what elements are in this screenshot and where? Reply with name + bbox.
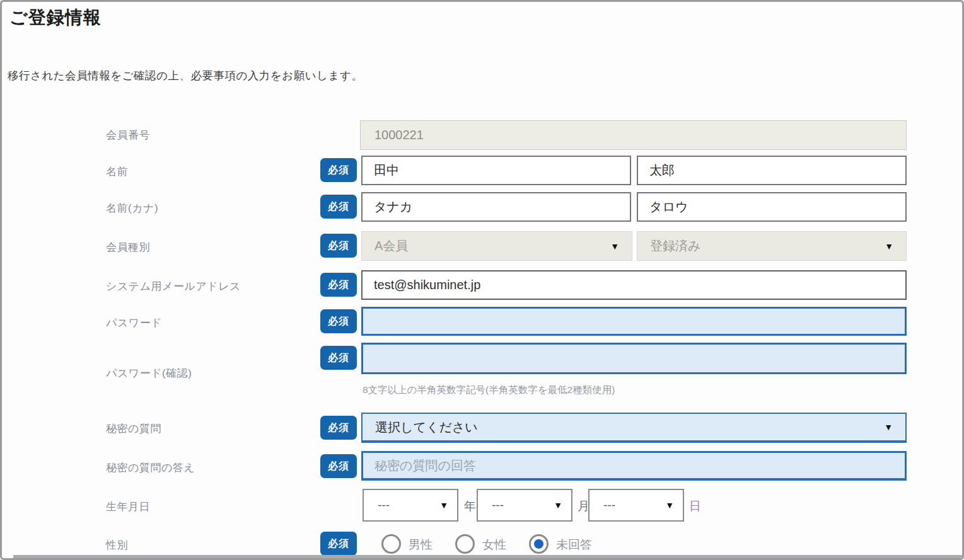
radio-dot [460,539,470,549]
birth-month-select-value: --- [492,498,504,512]
chevron-down-icon: ▼ [665,501,674,510]
member-type-required-badge: 必須 [320,234,357,258]
secret-answer-input[interactable] [361,451,907,481]
page-description: 移行された会員情報をご確認の上、必要事項の入力をお願いします。 [8,68,363,83]
password-input[interactable] [361,307,907,336]
first-name-kana-input[interactable] [637,192,907,222]
birth-month-select[interactable]: --- ▼ [477,489,572,522]
secret-answer-label: 秘密の質問の答え [106,460,195,475]
password-required-badge: 必須 [320,309,357,333]
member-type-label: 会員種別 [106,240,150,254]
chevron-down-icon: ▼ [554,501,562,510]
gender-required-badge: 必須 [320,532,357,556]
radio-dot [386,539,396,549]
gender-radio-male[interactable] [381,534,401,554]
section-divider [13,555,962,559]
last-name-kana-input[interactable] [361,192,631,222]
birth-year-select-value: --- [378,498,390,512]
member-number-field: 1000221 [360,120,907,150]
password-label: パスワード [106,316,162,330]
birth-day-select[interactable]: --- ▼ [588,489,684,522]
chevron-down-icon: ▼ [610,242,619,251]
member-type-select[interactable]: A会員 ▼ [361,231,632,261]
name-label: 名前 [106,164,128,179]
gender-radio-noanswer[interactable] [529,534,549,554]
registration-form-page: ご登録情報 移行された会員情報をご確認の上、必要事項の入力をお願いします。 会員… [0,0,964,560]
password-confirm-required-badge: 必須 [320,346,357,370]
day-suffix-label: 日 [689,498,701,515]
member-status-select[interactable]: 登録済み ▼ [637,231,907,261]
secret-question-label: 秘密の質問 [106,421,161,436]
member-type-select-value: A会員 [375,237,408,254]
secret-question-required-badge: 必須 [320,416,357,440]
name-kana-required-badge: 必須 [320,195,357,219]
name-required-badge: 必須 [320,158,357,182]
gender-radio-female-label[interactable]: 女性 [482,537,506,553]
last-name-input[interactable] [361,156,631,185]
radio-dot [534,539,543,549]
system-email-required-badge: 必須 [320,273,357,297]
system-email-input[interactable] [361,270,907,300]
gender-radio-noanswer-label[interactable]: 未回答 [556,537,592,553]
password-confirm-input[interactable] [361,343,907,374]
secret-answer-required-badge: 必須 [320,454,357,478]
chevron-down-icon: ▼ [884,423,893,431]
password-confirm-label: パスワード(確認) [106,366,192,380]
gender-radio-female[interactable] [455,534,475,554]
year-suffix-label: 年 [464,498,476,515]
chevron-down-icon: ▼ [439,501,448,510]
name-kana-label: 名前(カナ) [106,201,158,215]
member-status-select-value: 登録済み [650,237,700,254]
secret-question-select[interactable]: 選択してください ▼ [361,413,907,443]
gender-label: 性別 [106,538,128,552]
birth-year-select[interactable]: --- ▼ [363,489,458,522]
member-number-label: 会員番号 [106,128,150,142]
page-title: ご登録情報 [9,6,102,30]
birth-date-label: 生年月日 [106,500,150,514]
system-email-label: システム用メールアドレス [106,279,241,294]
secret-question-select-value: 選択してください [375,419,478,436]
gender-radio-male-label[interactable]: 男性 [409,537,433,553]
first-name-input[interactable] [637,156,907,185]
chevron-down-icon: ▼ [885,242,893,251]
password-rule-hint: 8文字以上の半角英数字記号(半角英数字を最低2種類使用) [363,384,615,397]
birth-day-select-value: --- [603,498,615,512]
